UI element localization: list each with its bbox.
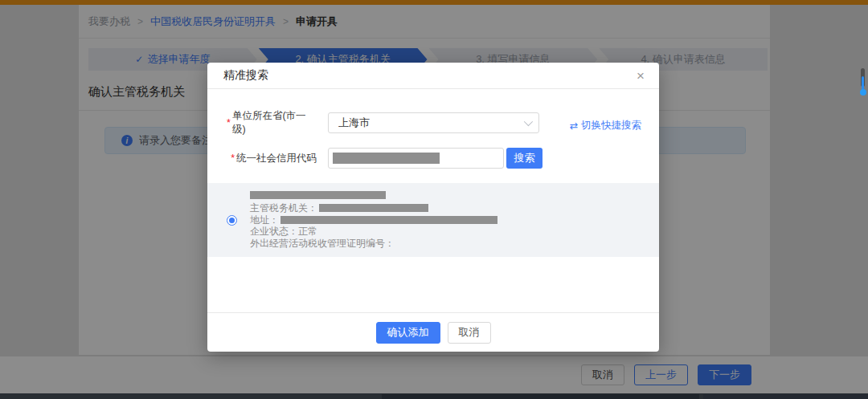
address-label: 地址： [250,214,279,226]
province-label: * 单位所在省(市一级) [227,109,317,136]
result-line-address: 地址： [250,214,497,226]
switch-link-label: 切换快捷搜索 [581,119,641,132]
floating-slider-widget[interactable] [858,68,866,97]
page: 我要办税 > 中国税收居民身份证明开具 > 申请开具 ✓ 选择申请年度 2. 确… [0,0,868,399]
result-radio-selected[interactable] [227,215,237,226]
redacted-credit-code [333,153,440,164]
tax-authority-label: 主管税务机关： [250,202,317,214]
confirm-add-button[interactable]: 确认添加 [376,322,440,344]
required-mark: * [227,117,231,128]
modal-header: 精准搜索 × [207,63,659,89]
result-line-cert-number: 外出经营活动税收管理证明编号： [250,238,497,250]
credit-code-input[interactable] [328,148,504,169]
result-line-status: 企业状态： 正常 [250,226,497,238]
chevron-down-icon [524,117,533,126]
redacted-tax-authority [319,204,428,212]
redacted-company-name [250,191,386,199]
modal-body: ⇄ 切换快捷搜索 * 单位所在省(市一级) 上海市 * 统一社会信用代码 [207,109,659,257]
credit-code-label-text: 统一社会信用代码 [236,152,317,165]
modal-title: 精准搜索 [223,68,268,83]
radio-column [227,215,238,226]
cert-number-label: 外出经营活动税收管理证明编号： [250,238,395,250]
modal-cancel-button[interactable]: 取消 [448,322,491,344]
status-label: 企业状态： [250,226,298,238]
switch-quick-search-link[interactable]: ⇄ 切换快捷搜索 [570,119,641,132]
redacted-address [280,216,497,224]
swap-icon: ⇄ [570,120,578,132]
precise-search-modal: 精准搜索 × ⇄ 切换快捷搜索 * 单位所在省(市一级) 上海市 * [207,63,659,352]
required-mark: * [231,153,235,164]
result-details: 主管税务机关： 地址： 企业状态： 正常 外出经营活动税收管理证明编号： [250,191,497,249]
status-value: 正常 [298,226,317,238]
close-icon[interactable]: × [637,69,645,83]
radio-dot [229,218,235,223]
modal-footer: 确认添加 取消 [207,312,659,352]
search-button[interactable]: 搜索 [506,148,542,169]
credit-code-label: * 统一社会信用代码 [227,152,317,165]
province-select-value: 上海市 [338,116,370,130]
province-select[interactable]: 上海市 [328,112,539,133]
slider-handle-icon[interactable] [860,89,866,96]
result-line-tax-authority: 主管税务机关： [250,202,497,214]
credit-code-form-row: * 统一社会信用代码 搜索 [227,148,640,169]
province-label-text: 单位所在省(市一级) [232,109,317,136]
search-result-item[interactable]: 主管税务机关： 地址： 企业状态： 正常 外出经营活动税收管理证明编号： [207,183,659,257]
